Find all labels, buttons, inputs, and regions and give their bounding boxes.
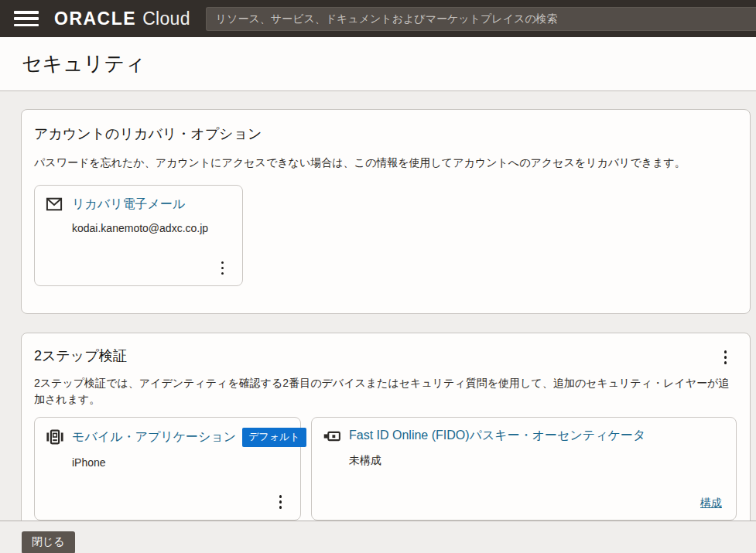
recovery-email-tile: リカバリ電子メール kodai.kanemoto@adxc.co.jp <box>34 185 243 286</box>
close-button[interactable]: 閉じる <box>22 531 75 553</box>
main-content: アカウントのリカバリ・オプション パスワードを忘れたか、アカウントにアクセスでき… <box>0 91 756 521</box>
mobile-application-menu-icon[interactable] <box>275 492 287 512</box>
oracle-cloud-logo[interactable]: ORACLE Cloud <box>54 9 190 29</box>
mobile-application-link[interactable]: モバイル・アプリケーション <box>72 429 236 445</box>
recovery-email-menu-icon[interactable] <box>217 258 229 278</box>
mobile-device-name: iPhone <box>72 456 289 469</box>
mail-icon <box>46 196 64 213</box>
configure-link[interactable]: 構成 <box>700 497 722 510</box>
global-search-input[interactable] <box>206 7 756 31</box>
twostep-card-title: 2ステップ検証 <box>34 346 127 366</box>
top-navigation-bar: ORACLE Cloud <box>0 0 756 37</box>
security-key-icon <box>323 428 341 445</box>
fido-authenticator-link[interactable]: Fast ID Online (FIDO)パスキー・オーセンティケータ <box>349 428 645 444</box>
fido-status: 未構成 <box>349 454 725 468</box>
hamburger-menu-icon[interactable] <box>14 11 39 26</box>
recovery-email-value: kodai.kanemoto@adxc.co.jp <box>72 222 231 234</box>
mobile-application-tile: モバイル・アプリケーション デフォルト iPhone <box>34 417 301 521</box>
mobile-app-icon <box>46 428 64 445</box>
recovery-card-title: アカウントのリカバリ・オプション <box>34 124 737 144</box>
footer-bar: 閉じる <box>0 521 756 552</box>
default-badge: デフォルト <box>242 428 306 447</box>
brand-cloud: Cloud <box>142 9 190 29</box>
twostep-card-description: 2ステップ検証では、アイデンティティを確認する2番目のデバイスまたはセキュリティ… <box>34 375 737 408</box>
recovery-email-link[interactable]: リカバリ電子メール <box>72 196 185 213</box>
fido-authenticator-tile: Fast ID Online (FIDO)パスキー・オーセンティケータ 未構成 … <box>311 417 737 521</box>
page-title-band: セキュリティ <box>0 37 756 91</box>
twostep-card-menu-icon[interactable] <box>720 347 732 367</box>
two-step-verification-card: 2ステップ検証 2ステップ検証では、アイデンティティを確認する2番目のデバイスま… <box>21 333 751 521</box>
recovery-card-description: パスワードを忘れたか、アカウントにアクセスできない場合は、この情報を使用してアカ… <box>34 155 737 171</box>
brand-oracle: ORACLE <box>54 9 136 29</box>
page-title: セキュリティ <box>22 50 145 77</box>
account-recovery-card: アカウントのリカバリ・オプション パスワードを忘れたか、アカウントにアクセスでき… <box>21 109 751 314</box>
